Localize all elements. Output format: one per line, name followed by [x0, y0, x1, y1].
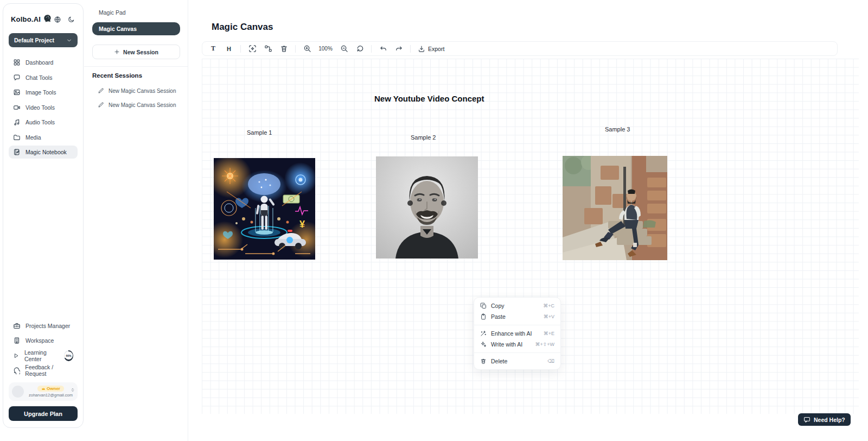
plus-icon	[114, 49, 120, 55]
zoom-level-value: 100%	[318, 46, 333, 52]
sidebar-item-feedback-request[interactable]: Feedback / Request	[9, 364, 78, 377]
menu-item-write-with-ai[interactable]: Write with AI ⌘+⇧+W	[474, 339, 560, 350]
sidebar-item-chat-tools[interactable]: Chat Tools	[9, 71, 78, 84]
sidebar-item-video-tools[interactable]: Video Tools	[9, 101, 78, 114]
moon-dark-mode-icon[interactable]	[67, 15, 75, 24]
sidebar-item-image-tools[interactable]: Image Tools	[9, 86, 78, 99]
upgrade-plan-button[interactable]: Upgrade Plan	[9, 406, 78, 421]
avatar	[12, 386, 24, 398]
project-selector-label: Default Project	[14, 37, 54, 43]
sidebar-item-dashboard[interactable]: Dashboard	[9, 56, 78, 69]
project-selector[interactable]: Default Project	[9, 33, 78, 47]
feedback-chat-icon	[13, 367, 20, 374]
sidebar-item-audio-tools[interactable]: Audio Tools	[9, 116, 78, 129]
sidebar-item-label: Audio Tools	[25, 119, 55, 125]
notebook-icon	[13, 148, 21, 156]
ai-select-icon	[248, 45, 257, 53]
menu-item-label: Enhance with AI	[491, 330, 532, 337]
trash-icon	[280, 45, 288, 53]
canvas-heading-text[interactable]: New Youtube Video Concept	[374, 94, 484, 103]
sidebar-item-label: Image Tools	[25, 89, 56, 96]
trash-icon	[480, 358, 487, 364]
sidebar-item-label: Video Tools	[25, 104, 55, 111]
rotate-icon	[356, 45, 364, 53]
canvas-toolbar: T H 100% Export	[202, 41, 838, 56]
zoom-out-button[interactable]	[340, 45, 348, 53]
page-title: Magic Canvas	[212, 22, 273, 33]
heading-tool-button[interactable]: H	[225, 45, 233, 53]
sample-2-image-portrait[interactable]	[376, 156, 478, 259]
paste-icon	[480, 313, 487, 320]
crown-icon	[41, 387, 46, 391]
user-email: zoharvan12@gmail.com	[29, 393, 73, 398]
menu-shortcut: ⌘+C	[543, 303, 554, 308]
new-session-button[interactable]: New Session	[92, 45, 180, 59]
copy-icon	[480, 303, 487, 309]
menu-item-paste[interactable]: Paste ⌘+V	[474, 311, 560, 322]
music-note-icon	[13, 118, 21, 126]
sidebar-item-learning-center[interactable]: Learning Center 66%	[9, 349, 78, 362]
sidebar-item-projects-manager[interactable]: Projects Manager	[9, 319, 78, 332]
download-icon	[418, 45, 425, 53]
sidebar-item-magic-notebook[interactable]: Magic Notebook	[9, 146, 78, 159]
sample-3-label[interactable]: Sample 3	[605, 126, 630, 133]
delete-tool-button[interactable]	[279, 45, 288, 53]
new-session-label: New Session	[123, 49, 158, 55]
menu-divider	[474, 325, 560, 325]
recent-sessions-heading: Recent Sessions	[92, 72, 180, 79]
sample-2-label[interactable]: Sample 2	[411, 134, 436, 141]
pencil-icon	[98, 87, 104, 94]
video-camera-icon	[13, 104, 21, 111]
export-label: Export	[428, 46, 444, 52]
nav-magic-pad[interactable]: Magic Pad	[92, 7, 180, 18]
text-tool-button[interactable]: T	[209, 45, 218, 53]
reset-rotation-button[interactable]	[355, 45, 364, 53]
sample-3-image-ruins[interactable]	[563, 156, 667, 260]
sidebar-item-media[interactable]: Media	[9, 131, 78, 144]
sidebar-item-label: Media	[25, 134, 41, 141]
session-list-item[interactable]: New Magic Canvas Session	[92, 87, 180, 94]
sidebar-item-workspace[interactable]: Workspace	[9, 334, 78, 347]
help-chat-icon	[803, 416, 810, 423]
undo-button[interactable]	[379, 45, 387, 53]
pencil-icon	[98, 102, 104, 108]
connector-tool-button[interactable]	[264, 45, 272, 53]
sidebar: Kolbo.AI Default Project Dashboard Chat …	[3, 3, 84, 428]
play-icon	[13, 352, 20, 360]
dashboard-grid-icon	[13, 59, 21, 66]
menu-shortcut: ⌘+⇧+W	[535, 342, 554, 347]
logo-row: Kolbo.AI	[9, 14, 78, 25]
sample-1-image-ai-robot[interactable]: ¥	[214, 158, 315, 260]
user-account-card[interactable]: Owner zoharvan12@gmail.com	[9, 382, 78, 401]
zoom-in-button[interactable]	[303, 45, 311, 53]
sparkle-icon	[480, 341, 487, 348]
menu-item-label: Paste	[491, 313, 506, 320]
sidebar-item-label: Learning Center	[24, 349, 59, 362]
sidebar-item-label: Chat Tools	[25, 74, 52, 81]
toolbar-divider	[295, 45, 296, 53]
sidebar-item-label: Workspace	[25, 337, 54, 344]
zoom-in-icon	[303, 45, 311, 53]
sidebar-item-label: Dashboard	[25, 59, 53, 66]
zoom-out-icon	[340, 45, 348, 53]
nav-magic-canvas-active[interactable]: Magic Canvas	[92, 22, 180, 35]
menu-item-copy[interactable]: Copy ⌘+C	[474, 300, 560, 311]
connector-icon	[264, 45, 272, 53]
context-menu: Copy ⌘+C Paste ⌘+V Enhance with AI ⌘+E W…	[474, 297, 561, 370]
toolbar-divider	[371, 45, 372, 53]
menu-item-delete[interactable]: Delete ⌫	[474, 356, 560, 367]
menu-item-label: Delete	[491, 358, 507, 364]
menu-shortcut: ⌫	[547, 358, 554, 364]
export-button[interactable]: Export	[418, 45, 444, 53]
sidebar-nav: Dashboard Chat Tools Image Tools Video T…	[9, 56, 78, 159]
session-list-item[interactable]: New Magic Canvas Session	[92, 102, 180, 108]
globe-icon[interactable]	[53, 15, 62, 24]
need-help-button[interactable]: Need Help?	[798, 413, 851, 426]
menu-item-enhance-with-ai[interactable]: Enhance with AI ⌘+E	[474, 328, 560, 339]
ai-select-button[interactable]	[248, 45, 257, 53]
sample-1-label[interactable]: Sample 1	[247, 129, 272, 136]
media-folder-icon	[13, 134, 21, 141]
learning-progress-ring: 66%	[64, 350, 73, 361]
redo-button[interactable]	[394, 45, 403, 53]
menu-divider	[474, 352, 560, 353]
